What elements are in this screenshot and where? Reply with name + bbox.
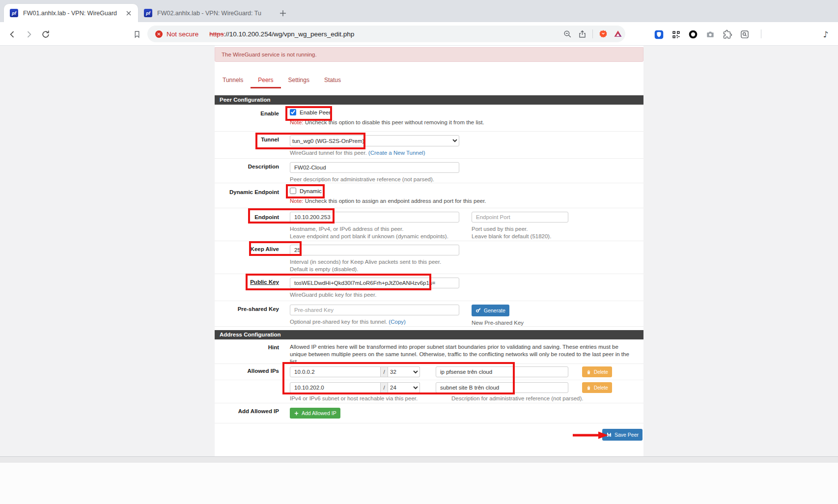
wireguard-nav-tabs: Tunnels Peers Settings Status	[215, 74, 643, 88]
address-bar[interactable]: ✕ Not secure https://10.10.200.254/wg/vp…	[147, 26, 625, 42]
delete-allowed-ip-button[interactable]: Delete	[582, 382, 612, 393]
brave-rewards-icon[interactable]	[611, 29, 625, 39]
browser-tab-1[interactable]: pf FW01.anhlx.lab - VPN: WireGuard	[4, 4, 138, 22]
new-tab-button[interactable]	[276, 6, 290, 20]
toolbar-divider	[761, 29, 761, 38]
enable-peer-checkbox-label: Enable Peer	[300, 110, 331, 115]
bitwarden-extension-icon[interactable]	[652, 28, 665, 41]
extensions-puzzle-icon[interactable]	[721, 28, 734, 41]
zoom-out-icon[interactable]	[560, 29, 575, 39]
trash-icon	[586, 369, 591, 375]
not-secure-label: Not secure	[167, 30, 198, 38]
allowed-ip-help: IPv4 or IPv6 subnet or host reachable vi…	[290, 395, 643, 401]
browser-toolbar: ✕ Not secure https://10.10.200.254/wg/vp…	[0, 22, 838, 46]
pre-shared-key-row: Pre-shared Key Optional pre-shared key f…	[215, 301, 643, 327]
allowed-ip-description-input[interactable]	[436, 382, 568, 393]
subnet-slash: /	[381, 366, 388, 377]
pre-shared-key-help: Optional pre-shared key for this tunnel.…	[290, 318, 459, 326]
keep-alive-help: Interval (in seconds) for Keep Alive pac…	[290, 258, 643, 273]
tunnel-select[interactable]: tun_wg0 (WG-S2S-OnPrem)	[290, 135, 459, 146]
public-key-row: Public Key WireGuard public key for this…	[215, 274, 643, 301]
pfsense-favicon: pf	[10, 9, 18, 17]
dynamic-checkbox-label: Dynamic	[300, 188, 322, 194]
public-key-input[interactable]	[290, 278, 459, 288]
keep-alive-label: Keep Alive	[215, 241, 279, 274]
dynamic-checkbox[interactable]	[290, 188, 296, 194]
browser-tab-strip: pf FW01.anhlx.lab - VPN: WireGuard pf FW…	[0, 0, 838, 22]
tab-status[interactable]: Status	[317, 74, 348, 88]
panel-title: Address Configuration	[215, 330, 643, 339]
tab-peers[interactable]: Peers	[251, 74, 280, 88]
keep-alive-row: Keep Alive Interval (in seconds) for Kee…	[215, 241, 643, 274]
tunnel-row: Tunnel tun_wg0 (WG-S2S-OnPrem) WireGuard…	[215, 131, 643, 158]
dynamic-endpoint-row: Dynamic Endpoint Dynamic Note: Uncheck t…	[215, 183, 643, 208]
tunnel-help: WireGuard tunnel for this peer. (Create …	[290, 149, 643, 157]
endpoint-row: Endpoint Hostname, IPv4, or IPv6 address…	[215, 208, 643, 241]
create-new-tunnel-link[interactable]: (Create a New Tunnel)	[368, 150, 425, 156]
forward-icon[interactable]	[23, 28, 35, 41]
page-below-footer	[0, 463, 838, 504]
description-row: Description Peer description for adminis…	[215, 158, 643, 183]
endpoint-port-help: Port used by this peer. Leave blank for …	[472, 225, 585, 240]
endpoint-label: Endpoint	[215, 208, 279, 241]
pre-shared-key-input[interactable]	[290, 305, 459, 315]
generate-help: New Pre-shared Key	[472, 319, 585, 327]
pfsense-page: The WireGuard service is not running. Tu…	[0, 46, 838, 504]
public-key-label: Public Key	[215, 274, 279, 301]
allowed-ip-row: / 24 Delete IPv4 or IPv6 subnet or host …	[215, 380, 643, 403]
trash-icon	[586, 385, 591, 391]
back-icon[interactable]	[6, 28, 19, 41]
tab-title: FW01.anhlx.lab - VPN: WireGuard	[23, 10, 124, 17]
allowed-ip-input[interactable]	[290, 366, 381, 377]
save-icon	[606, 432, 612, 438]
url-text[interactable]: https://10.10.200.254/wg/vpn_wg_peers_ed…	[209, 30, 354, 38]
endpoint-port-input[interactable]	[472, 212, 568, 223]
browser-tab-2[interactable]: pf FW02.anhlx.lab - VPN: WireGuard: Tu	[138, 4, 272, 22]
save-peer-button[interactable]: Save Peer	[602, 429, 642, 441]
extensions-area	[652, 28, 755, 41]
add-allowed-ip-button[interactable]: Add Allowed IP	[290, 408, 340, 419]
allowed-ip-input[interactable]	[290, 382, 381, 393]
camera-extension-icon[interactable]	[704, 28, 717, 41]
not-secure-indicator[interactable]: ✕ Not secure	[155, 30, 198, 38]
tunnel-label: Tunnel	[215, 132, 279, 158]
service-alert: The WireGuard service is not running.	[215, 47, 643, 62]
subnet-mask-select[interactable]: 32	[388, 366, 420, 377]
generate-psk-button[interactable]: Generate	[472, 305, 509, 316]
endpoint-address-input[interactable]	[290, 212, 459, 223]
ring-extension-icon[interactable]	[687, 28, 699, 41]
not-secure-icon: ✕	[155, 30, 163, 38]
tab-close-icon[interactable]	[124, 9, 133, 18]
hint-label: Hint	[215, 339, 279, 364]
keep-alive-input[interactable]	[290, 245, 459, 255]
pre-shared-key-label: Pre-shared Key	[215, 301, 279, 326]
enable-peer-checkbox[interactable]	[290, 109, 296, 115]
plus-icon	[294, 411, 299, 416]
pfsense-favicon: pf	[144, 9, 152, 17]
toolbar-divider	[592, 29, 593, 38]
delete-allowed-ip-button[interactable]: Delete	[582, 366, 612, 377]
qr-code-extension-icon[interactable]	[670, 28, 682, 41]
alert-text: The WireGuard service is not running.	[222, 52, 317, 57]
allowed-ip-row: Allowed IPs / 32 Delete	[215, 364, 643, 380]
public-key-help: WireGuard public key for this peer.	[290, 291, 643, 299]
search-box-extension-icon[interactable]	[738, 28, 751, 41]
enable-note: Note: Uncheck this option to disable thi…	[290, 119, 643, 125]
brave-shields-icon[interactable]	[596, 29, 611, 39]
bookmark-icon[interactable]	[131, 28, 143, 41]
endpoint-help: Hostname, IPv4, or IPv6 address of this …	[290, 225, 459, 240]
tab-tunnels[interactable]: Tunnels	[215, 74, 251, 88]
description-label: Description	[215, 159, 279, 183]
share-icon[interactable]	[575, 29, 589, 39]
subnet-slash: /	[381, 382, 388, 393]
media-note-icon[interactable]: ♪	[819, 28, 832, 41]
url-rest: ://10.10.200.254/wg/vpn_wg_peers_edit.ph…	[224, 30, 355, 38]
copy-psk-link[interactable]: (Copy)	[389, 319, 406, 325]
allowed-ip-description-input[interactable]	[436, 366, 568, 377]
subnet-mask-select[interactable]: 24	[388, 382, 420, 393]
address-configuration-panel: Address Configuration Hint Allowed IP en…	[215, 330, 643, 423]
allowed-ips-label: Allowed IPs	[215, 364, 279, 380]
reload-icon[interactable]	[39, 28, 52, 41]
description-input[interactable]	[290, 162, 459, 173]
tab-settings[interactable]: Settings	[281, 74, 317, 88]
